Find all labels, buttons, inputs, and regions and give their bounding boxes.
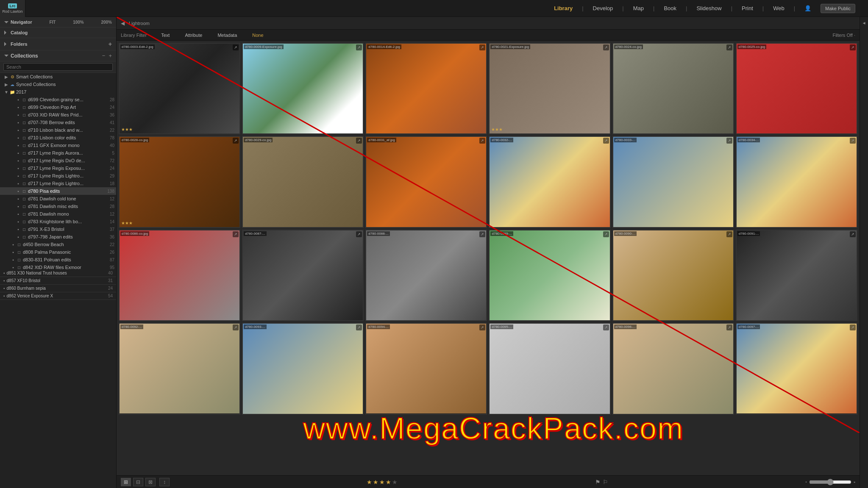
sidebar-item-10[interactable]: ▪ □ d717 Lyme Regis Lightro... 29 [0,172,116,180]
sidebar-item-2017[interactable]: ▼ 📁 2017 [0,88,116,96]
fs-label-2: d860 Burnham sepia [7,286,108,291]
photo-cell-19[interactable]: d780-0093-... ↗ [242,323,364,414]
sidebar-item-16[interactable]: ▪ □ d783 Knightstone lith bo... 14 [0,218,116,225]
sidebar-item-1[interactable]: ▪ □ d699 Clevedon Pop Art 24 [0,103,116,111]
sidebar-item-18[interactable]: ▪ □ d797-798 Japan edits 36 [0,233,116,241]
photo-cell-0[interactable]: d780-0003-Edit-2.jpg ↗ ★★★ [119,43,240,134]
nav-print[interactable]: Print [739,3,756,13]
navigator-zoom-200[interactable]: 200% [101,20,112,25]
photo-cell-17[interactable]: d780-0091-... ↗ [736,230,857,321]
sidebar-item-6[interactable]: ▪ □ d711 GFX Exmoor mono 40 [0,141,116,149]
photo-cell-21[interactable]: d780-0095-... ↗ [489,323,610,414]
nav-map[interactable]: Map [631,3,646,13]
photo-cell-3[interactable]: d780-0021-Exposure.jpg ↗ ★★★ [489,43,610,134]
reject-icon[interactable]: ⚐ [603,479,608,485]
sidebar-item-20[interactable]: ▪ □ d808 Palma Panasonic 26 [0,248,116,256]
collection-count-2: 36 [110,113,114,117]
photo-cell-23[interactable]: d780-0097-... ↗ [736,323,857,414]
nav-slideshow[interactable]: Slideshow [694,3,724,13]
filmstrip-sidebar-item-2[interactable]: ▪ d860 Burnham sepia 24 [0,285,116,292]
sidebar-item-13[interactable]: ▪ □ d781 Dawlish cold tone 12 [0,195,116,202]
sidebar-item-22[interactable]: ▪ □ d842 XtD RAW files Exmoor 95 [0,263,116,269]
nav-develop[interactable]: Develop [590,3,616,13]
photo-cell-2[interactable]: d780-0014-Edit-2.jpg ↗ [365,43,487,134]
fs-count-2: 24 [108,286,113,291]
sidebar-item-9[interactable]: ▪ □ d717 Lyme Regis Exposu... 24 [0,164,116,172]
folder-icon-2: ▪ [15,112,21,118]
catalog-header[interactable]: Catalog [0,28,116,38]
sidebar-item-3[interactable]: ▪ □ d707-708 Berrow edits 41 [0,119,116,126]
collection-count-7: 5 [112,151,114,155]
photo-cell-14[interactable]: d780-0088-... ↗ [365,230,487,321]
filter-attribute[interactable]: Attribute [181,32,206,39]
filmstrip-sidebar-item-1[interactable]: ▪ d857 XF10 Bristol 31 [0,277,116,285]
navigator-header[interactable]: Navigator FIT 100% 200% [0,17,116,27]
photo-cell-20[interactable]: d780-0094-... ↗ [365,323,487,414]
make-public-button[interactable]: Make Public [821,4,855,13]
compare-view-button[interactable]: ⊠ [145,478,156,486]
thumb-size-slider[interactable] [809,479,851,485]
filmstrip-sidebar-item-0[interactable]: ▪ d851 X30 National Trust houses 40 [0,269,116,277]
nav-web[interactable]: Web [771,3,787,13]
photo-badge-15: ↗ [603,231,609,237]
photo-cell-11[interactable]: d780-0034-... ↗ [736,136,857,227]
photo-cell-6[interactable]: d780-0028-co.jpg ↗ ★★★ [119,136,240,227]
filter-text[interactable]: Text [158,32,173,39]
sidebar-bottom-items: ▪ d851 X30 National Trust houses 40 ▪ d8… [0,269,116,488]
navigator-zoom-fit[interactable]: FIT [49,20,56,25]
sidebar-item-11[interactable]: ▪ □ d717 Lyme Regis Lightro... 18 [0,180,116,187]
nav-book[interactable]: Book [661,3,679,13]
grid-view-button[interactable]: ⊞ [121,478,131,486]
collection-label-9: d717 Lyme Regis Exposu... [27,166,108,171]
sidebar-item-14[interactable]: ▪ □ d781 Dawlish misc edits 28 [0,202,116,210]
sidebar-item-4[interactable]: ▪ □ d710 Lisbon black and w... 22 [0,126,116,134]
sidebar-item-19[interactable]: ▪ □ d450 Berrow Beach 22 [0,241,116,248]
add-folder-icon[interactable]: + [108,41,112,47]
filter-none[interactable]: None [249,32,267,39]
folders-header[interactable]: Folders + [0,38,116,50]
collection-icon-3: □ [21,119,27,125]
collections-chevron[interactable] [4,55,8,57]
sidebar-item-smart-collections[interactable]: ▶ ⚙ Smart Collections [0,73,116,80]
photo-cell-16[interactable]: d780-0090-... ↗ [612,230,734,321]
photo-cell-1[interactable]: d780-0009-Exposure.jpg ↗ [242,43,364,134]
sidebar-item-21[interactable]: ▪ □ d830-831 Polruan edits 87 [0,256,116,263]
breadcrumb: Lightroom [129,21,150,26]
photo-cell-5[interactable]: d780-0025-co.jpg ↗ [736,43,857,134]
filmstrip-sidebar-item-3[interactable]: ▪ d862 Venice Exposure X 54 [0,292,116,300]
photo-cell-4[interactable]: d780-0024-co.jpg ↗ [612,43,734,134]
photo-cell-8[interactable]: d780-0031_af.jpg ↗ [365,136,487,227]
loupe-view-button[interactable]: ⊟ [133,478,143,486]
sidebar-item-2[interactable]: ▪ □ d703 XtD RAW files Prid... 36 [0,111,116,119]
photo-cell-9[interactable]: d780-0032-... ↗ [489,136,610,227]
sidebar-item-17[interactable]: ▪ □ d791 X-E3 Bristol 37 [0,225,116,233]
sidebar-item-7[interactable]: ▪ □ d717 Lyme Regis Aurora... 5 [0,149,116,157]
collection-count-1: 24 [110,105,114,110]
sidebar-item-5[interactable]: ▪ □ d710 Lisbon color edits 78 [0,134,116,141]
collections-plus-icon[interactable]: + [108,53,112,59]
sidebar-item-15[interactable]: ▪ □ d781 Dawlish mono 12 [0,210,116,218]
sidebar-item-synced-collections[interactable]: ▶ ☁ Synced Collections [0,80,116,88]
sidebar-item-0[interactable]: ▪ □ d699 Clevedon grainy se... 28 [0,96,116,103]
navigator-zoom-100[interactable]: 100% [73,20,84,25]
folder-icon-21: ▪ [10,257,16,263]
sidebar-item-12[interactable]: ▪ □ d780 Pisa edits 138 [0,187,116,195]
nav-library[interactable]: Library [551,3,575,13]
photo-cell-10[interactable]: d780-0033-... ↗ [612,136,734,227]
photo-cell-18[interactable]: d780-0092-... ↗ [119,323,240,414]
back-arrow[interactable]: ◀ [121,20,125,26]
sidebar-item-8[interactable]: ▪ □ d717 Lyme Regis DxO de... 72 [0,157,116,164]
photo-grid[interactable]: d780-0003-Edit-2.jpg ↗ ★★★ d780-0009-Exp… [117,41,860,475]
photo-cell-12[interactable]: d780-0086-co.jpg ↗ [119,230,240,321]
right-panel-toggle[interactable]: ► [860,17,868,30]
photo-cell-15[interactable]: d780-0089-... ↗ [489,230,610,321]
collections-search-input[interactable] [3,63,113,71]
photo-cell-22[interactable]: d780-0096-... ↗ [612,323,734,414]
collections-minus-icon[interactable]: − [102,53,106,59]
survey-view-button[interactable]: ↕ [159,478,170,486]
filter-metadata[interactable]: Metadata [214,32,240,39]
photo-cell-13[interactable]: d780-0087-... ↗ [242,230,364,321]
flag-icon[interactable]: ⚑ [595,479,601,485]
user-icon[interactable]: 👤 [802,3,814,13]
photo-cell-7[interactable]: d780-0029-co.jpg ↗ [242,136,364,227]
